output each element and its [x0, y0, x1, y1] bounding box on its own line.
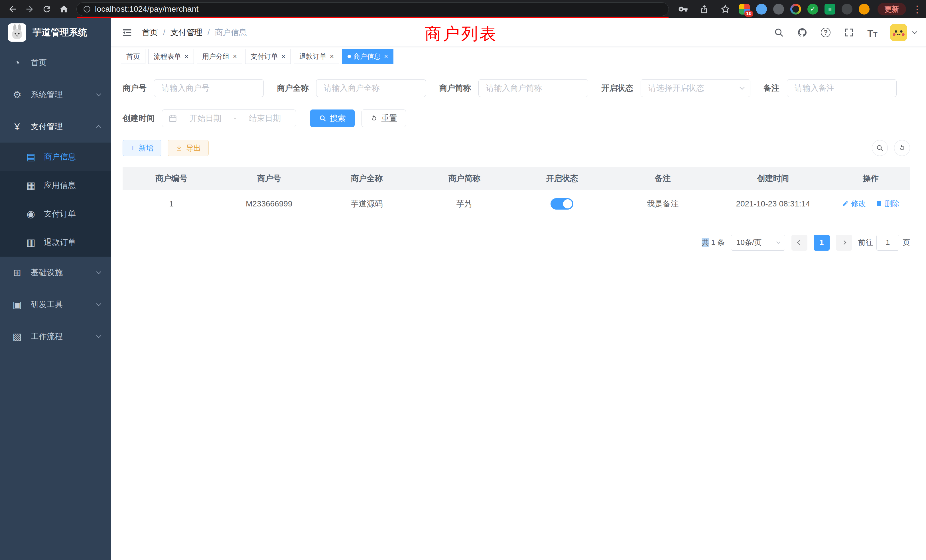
sidebar-item-system-management[interactable]: ⚙ 系统管理	[0, 79, 111, 110]
search-button[interactable]: 搜索	[310, 109, 355, 127]
url-text: localhost:1024/pay/merchant	[95, 5, 198, 14]
sidebar-item-refund-orders[interactable]: ▥ 退款订单	[0, 228, 111, 257]
sidebar-item-label: 支付订单	[44, 209, 76, 219]
search-icon[interactable]	[773, 27, 785, 38]
sidebar-item-infrastructure[interactable]: ⊞ 基础设施	[0, 257, 111, 289]
sidebar: 芋道管理系统 ◔ 首页 ⚙ 系统管理 ¥ 支付管理	[0, 18, 111, 560]
reset-button[interactable]: 重置	[362, 109, 406, 127]
tab-payment-orders[interactable]: 支付订单 ×	[245, 49, 291, 64]
short-name-input[interactable]	[478, 79, 588, 97]
browser-back-icon[interactable]	[5, 2, 20, 17]
share-icon[interactable]	[697, 2, 712, 17]
browser-reload-icon[interactable]	[39, 2, 54, 17]
next-page-button[interactable]	[836, 235, 852, 251]
cell-full-name: 芋道源码	[318, 190, 415, 218]
bookmark-star-icon[interactable]	[718, 2, 733, 17]
site-info-icon[interactable]	[83, 5, 91, 13]
breadcrumb-separator: /	[163, 28, 165, 37]
sidebar-item-app-info[interactable]: ▦ 应用信息	[0, 171, 111, 200]
sidebar-item-dev-tools[interactable]: ▣ 研发工具	[0, 289, 111, 321]
sidebar-item-payment-orders[interactable]: ◉ 支付订单	[0, 200, 111, 228]
breadcrumb-item-home[interactable]: 首页	[142, 27, 158, 38]
sidebar-item-home[interactable]: ◔ 首页	[0, 47, 111, 79]
password-manager-icon[interactable]: ✓	[807, 4, 818, 15]
page-size-value: 10条/页	[737, 238, 761, 248]
page-size-select[interactable]: 10条/页	[731, 235, 785, 251]
tab-refund-orders[interactable]: 退款订单 ×	[294, 49, 339, 64]
edit-link-label: 修改	[851, 199, 866, 209]
page-1-button[interactable]: 1	[814, 235, 830, 251]
browser-extension-icon[interactable]	[756, 4, 767, 15]
short-name-label: 商户简称	[439, 83, 471, 94]
avatar-caret-icon[interactable]	[912, 29, 917, 34]
browser-update-button[interactable]: 更新	[878, 3, 906, 15]
end-date-placeholder: 结束日期	[241, 113, 289, 124]
grid-icon: ▦	[24, 180, 37, 191]
tab-home[interactable]: 首页	[121, 49, 145, 64]
goto-page-input[interactable]	[876, 235, 899, 251]
tab-user-group[interactable]: 用户分组 ×	[197, 49, 242, 64]
chevron-left-icon	[797, 241, 802, 245]
app-logo[interactable]: 芋道管理系统	[0, 18, 111, 47]
tab-merchant-info[interactable]: 商户信息 ×	[342, 49, 393, 64]
delete-link[interactable]: 删除	[876, 199, 899, 209]
chevron-down-icon	[96, 92, 101, 96]
sidebar-item-payment-management[interactable]: ¥ 支付管理	[0, 110, 111, 142]
close-icon[interactable]: ×	[233, 53, 237, 60]
refresh-table-button[interactable]	[894, 140, 910, 156]
browser-forward-icon[interactable]	[22, 2, 37, 17]
table-header-row: 商户编号 商户号 商户全称 商户简称 开启状态 备注 创建时间 操作	[123, 167, 910, 190]
url-bar[interactable]: localhost:1024/pay/merchant	[76, 2, 669, 16]
create-time-range-picker[interactable]: 开始日期 - 结束日期	[162, 109, 296, 127]
remark-input[interactable]	[787, 79, 897, 97]
status-toggle[interactable]	[551, 198, 573, 210]
close-icon[interactable]: ×	[384, 53, 388, 60]
browser-extension-icon[interactable]	[841, 4, 852, 15]
sidebar-item-merchant-info[interactable]: ▤ 商户信息	[0, 142, 111, 171]
app-navbar: 首页 / 支付管理 / 商户信息 商户列表 ?	[111, 18, 926, 47]
column-header-merchant-id: 商户编号	[123, 167, 220, 190]
browser-extension-icon[interactable]: 10	[739, 4, 750, 15]
edit-icon	[842, 200, 849, 207]
status-select[interactable]: 请选择开启状态	[641, 79, 750, 97]
full-name-input[interactable]	[316, 79, 426, 97]
add-button[interactable]: + 新增	[123, 140, 161, 156]
prev-page-button[interactable]	[791, 235, 807, 251]
user-avatar[interactable]	[890, 24, 907, 41]
collapse-sidebar-icon[interactable]	[121, 26, 133, 39]
font-size-icon[interactable]: TT	[867, 27, 878, 38]
cell-create-time: 2021-10-23 08:31:14	[715, 190, 831, 218]
fullscreen-icon[interactable]	[843, 27, 855, 38]
status-select-placeholder: 请选择开启状态	[648, 83, 704, 94]
toggle-search-button[interactable]	[872, 140, 888, 156]
password-key-icon[interactable]	[676, 2, 690, 17]
merchant-no-input[interactable]	[154, 79, 264, 97]
browser-extension-icon[interactable]	[773, 4, 784, 15]
column-header-short-name: 商户简称	[415, 167, 513, 190]
export-button[interactable]: 导出	[168, 140, 209, 156]
filter-row-1: 商户号 商户全称 商户简称 开启状态 请选择开启状态	[123, 79, 910, 97]
update-label: 更新	[884, 4, 899, 14]
breadcrumb-item-payment[interactable]: 支付管理	[171, 27, 203, 38]
chevron-down-icon	[776, 240, 780, 244]
close-icon[interactable]: ×	[330, 53, 334, 60]
browser-home-icon[interactable]	[56, 2, 71, 17]
sidebar-item-workflow[interactable]: ▧ 工作流程	[0, 321, 111, 353]
tab-process-form[interactable]: 流程表单 ×	[148, 49, 194, 64]
plus-icon: +	[130, 144, 135, 152]
close-icon[interactable]: ×	[281, 53, 285, 60]
browser-menu-icon[interactable]: ⋮	[912, 3, 921, 15]
browser-profile-ring-icon[interactable]	[790, 4, 801, 15]
edit-link[interactable]: 修改	[842, 199, 866, 209]
profile-avatar-icon[interactable]	[859, 4, 870, 15]
pagination: 共 1 条 10条/页 1 前往 页	[123, 235, 910, 251]
help-icon[interactable]: ?	[820, 27, 831, 38]
sidebar-item-label: 退款订单	[44, 237, 76, 248]
close-icon[interactable]: ×	[185, 53, 188, 60]
browser-extension-icon[interactable]: ≡	[825, 4, 835, 15]
total-prefix: 共	[702, 238, 709, 247]
navbar-actions: ? TT	[773, 24, 916, 41]
column-header-merchant-no: 商户号	[220, 167, 318, 190]
github-icon[interactable]	[797, 27, 808, 38]
sidebar-menu: ◔ 首页 ⚙ 系统管理 ¥ 支付管理 ▤ 商户信息	[0, 47, 111, 353]
